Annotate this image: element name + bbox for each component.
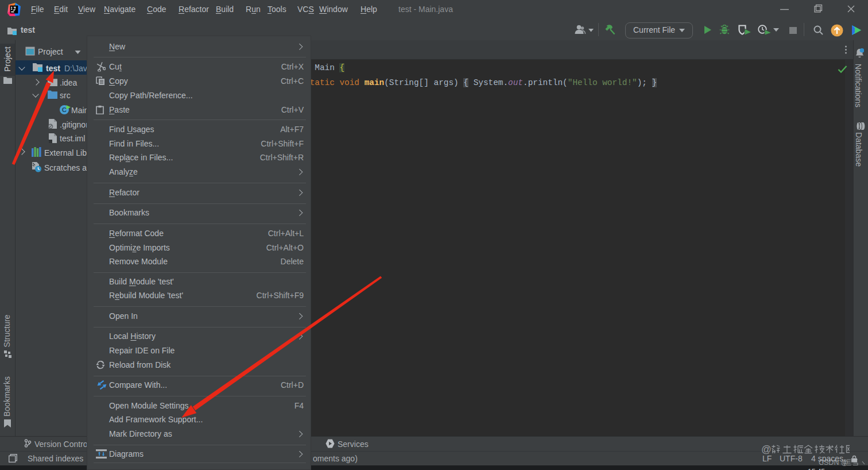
svg-text:C: C: [62, 106, 67, 113]
